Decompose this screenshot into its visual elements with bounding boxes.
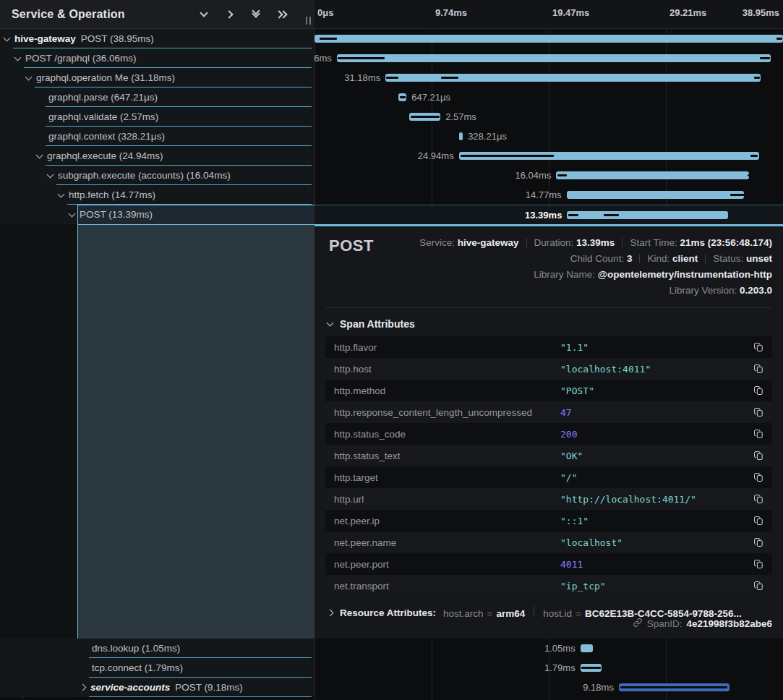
span-attributes-table: http.flavor"1.1"http.host"localhost:4011… — [325, 336, 772, 597]
chevron-down-icon[interactable] — [58, 190, 65, 197]
span-bar-cell: 1.05ms — [315, 639, 783, 658]
field-label: Kind: — [647, 253, 672, 264]
span-row[interactable]: hive-gatewayPOST (38.95ms)38.95ms — [0, 29, 783, 48]
span-row[interactable]: graphql.validate (2.57ms)2.57ms — [0, 107, 783, 127]
self-time-mark — [338, 57, 385, 59]
span-row[interactable]: http.fetch (14.77ms)14.77ms — [0, 185, 783, 205]
span-duration-bar[interactable] — [315, 35, 783, 43]
double-chevron-down-icon[interactable] — [248, 7, 264, 22]
chevron-down-icon[interactable] — [196, 7, 212, 22]
field-label: Start Time: — [630, 237, 680, 248]
span-duration-bar[interactable] — [567, 191, 745, 199]
span-row[interactable]: graphql.operation Me (31.18ms)31.18ms — [0, 68, 783, 88]
span-row[interactable]: dns.lookup (1.05ms)1.05ms — [0, 639, 783, 658]
chevron-down-icon[interactable] — [4, 34, 11, 41]
span-name-cell[interactable]: dns.lookup (1.05ms) — [0, 639, 315, 658]
timeline-ruler: 0μs9.74ms19.47ms29.21ms38.95ms — [315, 0, 783, 29]
copy-icon[interactable] — [752, 427, 765, 440]
chevron-right-icon[interactable] — [80, 684, 87, 691]
attribute-row: net.peer.port4011 — [325, 553, 772, 575]
span-name-cell[interactable]: graphql.parse (647.21μs) — [0, 88, 315, 107]
chevron-down-icon[interactable] — [69, 210, 76, 217]
copy-icon[interactable] — [752, 514, 765, 527]
span-name-cell[interactable]: subgraph.execute (accounts) (16.04ms) — [0, 166, 315, 185]
copy-icon[interactable] — [752, 579, 765, 592]
span-name-cell[interactable]: POST /graphql (36.06ms) — [0, 48, 315, 68]
operation-name: POST (13.39ms) — [80, 209, 153, 220]
attribute-row: net.peer.ip"::1" — [325, 510, 772, 532]
self-time-mark — [400, 96, 406, 98]
span-row[interactable]: graphql.parse (647.21μs)647.21μs — [0, 88, 783, 107]
chevron-down-icon[interactable] — [47, 171, 54, 178]
span-duration-label: 36.06ms — [315, 48, 332, 68]
span-name-cell[interactable]: http.fetch (14.77ms) — [0, 185, 315, 205]
copy-icon[interactable] — [752, 449, 765, 462]
copy-icon[interactable] — [752, 384, 765, 397]
span-duration-bar[interactable] — [567, 211, 728, 219]
span-duration-bar[interactable] — [337, 54, 771, 62]
span-bar-cell: 9.18ms — [315, 678, 783, 697]
copy-icon[interactable] — [752, 536, 765, 549]
copy-icon[interactable] — [752, 471, 765, 484]
detail-row-left-spacer — [0, 224, 315, 639]
copy-icon[interactable] — [752, 406, 765, 419]
attribute-value: 200 — [560, 429, 752, 440]
attribute-value: "localhost:4011" — [560, 364, 752, 375]
chevron-right-icon[interactable] — [222, 7, 238, 22]
self-time-mark — [748, 174, 749, 176]
span-attributes-toggle[interactable]: Span Attributes — [328, 318, 772, 330]
span-name-cell[interactable]: graphql.execute (24.94ms) — [0, 146, 315, 166]
span-row[interactable]: tcp.connect (1.79ms)1.79ms — [0, 658, 783, 678]
field-separator — [526, 238, 527, 247]
copy-icon[interactable] — [752, 558, 765, 571]
attribute-row: http.status_text"OK" — [325, 445, 772, 466]
span-name-cell[interactable]: graphql.operation Me (31.18ms) — [0, 68, 315, 88]
ruler-tick-label: 9.74ms — [435, 7, 467, 18]
copy-icon[interactable] — [752, 341, 765, 354]
copy-icon[interactable] — [752, 492, 765, 505]
copy-icon[interactable] — [752, 362, 765, 375]
span-row[interactable]: graphql.execute (24.94ms)24.94ms — [0, 146, 783, 166]
span-row[interactable]: subgraph.execute (accounts) (16.04ms)16.… — [0, 166, 783, 185]
self-time-mark — [568, 214, 578, 216]
span-name-cell[interactable]: hive-gatewayPOST (38.95ms) — [0, 29, 315, 48]
chevron-down-icon[interactable] — [14, 54, 22, 61]
span-bar-cell: 328.21μs — [315, 127, 783, 146]
column-resize-handle[interactable] — [304, 14, 313, 27]
span-detail-title: POST — [325, 235, 374, 255]
span-name-cell[interactable]: graphql.validate (2.57ms) — [0, 107, 315, 127]
field-label: Service: — [419, 237, 458, 248]
span-name-cell[interactable]: tcp.connect (1.79ms) — [0, 658, 315, 678]
span-row[interactable]: service-accountsPOST (9.18ms)9.18ms — [0, 678, 783, 697]
span-duration-label: 31.18ms — [344, 68, 380, 88]
span-name-cell[interactable]: service-accountsPOST (9.18ms) — [0, 678, 315, 697]
self-time-mark — [604, 214, 619, 216]
self-time-mark — [411, 116, 440, 118]
chevron-down-icon[interactable] — [25, 73, 33, 80]
attribute-row: net.transport"ip_tcp" — [325, 575, 772, 597]
attribute-row: http.method"POST" — [325, 380, 772, 401]
span-duration-bar[interactable] — [556, 171, 749, 179]
span-duration-bar[interactable] — [581, 644, 593, 652]
span-duration-label: 13.39ms — [525, 205, 562, 224]
span-name-cell[interactable]: graphql.context (328.21μs) — [0, 127, 315, 146]
span-row[interactable]: POST /graphql (36.06ms)36.06ms — [0, 48, 783, 68]
detail-divider — [325, 307, 772, 308]
span-id-label: SpanID: — [647, 618, 683, 629]
span-row[interactable]: graphql.context (328.21μs)328.21μs — [0, 127, 783, 146]
resource-attribute-key: host.arch — [443, 608, 484, 619]
attribute-row: http.target"/" — [325, 466, 772, 488]
span-duration-label: 647.21μs — [411, 88, 450, 107]
chevron-down-icon[interactable] — [36, 151, 43, 158]
field-value: 21ms (23:56:48.174) — [680, 237, 772, 248]
span-duration-bar[interactable] — [459, 132, 463, 140]
operation-name: http.fetch (14.77ms) — [69, 189, 155, 200]
span-name-cell[interactable]: POST (13.39ms) — [0, 205, 315, 224]
operation-name: dns.lookup (1.05ms) — [92, 643, 180, 654]
field-value: 0.203.0 — [740, 285, 772, 296]
span-id[interactable]: SpanID: 4e21998f3b82abe6 — [633, 618, 772, 630]
span-row[interactable]: POST (13.39ms)13.39ms — [0, 205, 783, 224]
span-bar-cell: 1.79ms — [315, 658, 783, 678]
double-chevron-right-icon[interactable] — [274, 7, 290, 22]
detail-field-line: Child Count: 3Kind: clientStatus: unset — [374, 251, 772, 267]
